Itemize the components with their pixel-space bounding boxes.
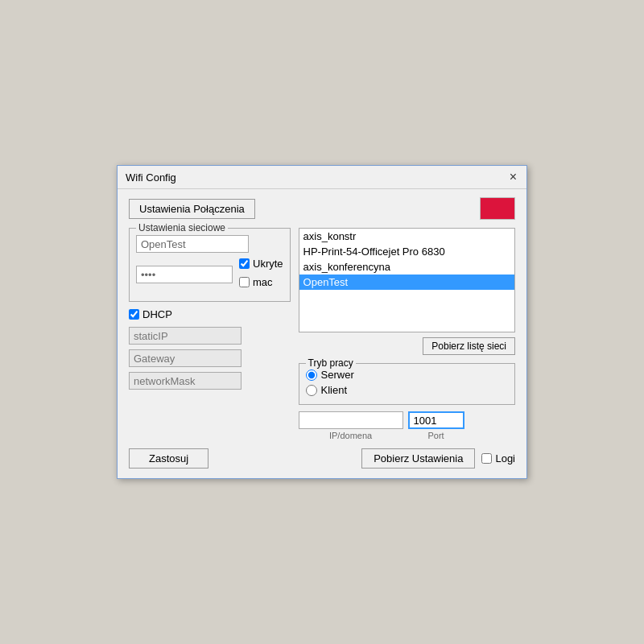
network-mask-input[interactable] <box>129 372 242 390</box>
ssid-row <box>136 235 283 253</box>
client-radio[interactable] <box>306 385 317 396</box>
network-mask-row <box>129 372 291 390</box>
list-item[interactable]: axis_konstr <box>299 229 514 244</box>
mac-checkbox[interactable] <box>239 277 250 287</box>
ukryte-checkbox[interactable] <box>239 258 250 269</box>
ssid-input[interactable] <box>136 235 249 253</box>
port-field-wrap: Port <box>408 411 464 440</box>
dhcp-label: DHCP <box>142 308 172 320</box>
fetch-row: Pobierz listę sieci <box>299 337 515 355</box>
server-radio[interactable] <box>306 369 317 381</box>
title-bar: Wifi Config × <box>118 166 526 189</box>
dialog-body: Ustawienia Połączenia Ustawienia sieciow… <box>118 189 526 478</box>
port-hint: Port <box>408 431 464 440</box>
flag-icon <box>480 197 515 220</box>
ip-input[interactable] <box>299 411 403 429</box>
client-label: Klient <box>321 384 348 396</box>
gateway-row <box>129 349 291 367</box>
ip-hint: IP/domena <box>299 431 403 440</box>
server-radio-row: Serwer <box>306 369 508 381</box>
logi-wrap: Logi <box>481 452 515 464</box>
ip-port-row: IP/domena Port <box>299 411 515 440</box>
dhcp-checkbox[interactable] <box>129 309 139 320</box>
ukryte-row: Ukryte <box>239 258 283 270</box>
right-panel: axis_konstr HP-Print-54-Officejet Pro 68… <box>299 228 515 440</box>
logi-label: Logi <box>495 452 515 464</box>
network-list[interactable]: axis_konstr HP-Print-54-Officejet Pro 68… <box>299 228 515 332</box>
password-input[interactable] <box>136 266 233 283</box>
left-panel: Ustawienia sieciowe Ukryte <box>129 228 291 440</box>
client-radio-row: Klient <box>306 384 508 396</box>
close-button[interactable]: × <box>508 171 518 184</box>
fetch-list-button[interactable]: Pobierz listę sieci <box>423 337 515 355</box>
network-settings-label: Ustawienia sieciowe <box>136 222 228 233</box>
bottom-row: Zastosuj Pobierz Ustawienia Logi <box>129 448 515 469</box>
list-item[interactable]: axis_konferencyna <box>299 259 514 275</box>
wifi-config-dialog: Wifi Config × Ustawienia Połączenia Usta… <box>117 165 527 479</box>
logi-checkbox[interactable] <box>481 453 492 464</box>
static-ip-input[interactable] <box>129 327 242 345</box>
gateway-input[interactable] <box>129 349 242 367</box>
main-content: Ustawienia sieciowe Ukryte <box>129 228 515 440</box>
pobierz-button[interactable]: Pobierz Ustawienia <box>361 448 475 469</box>
ip-field-wrap: IP/domena <box>299 411 403 440</box>
top-row: Ustawienia Połączenia <box>129 197 515 220</box>
mode-group: Tryb pracy Serwer Klient <box>299 363 515 405</box>
mac-label: mac <box>253 276 273 288</box>
connection-settings-button[interactable]: Ustawienia Połączenia <box>129 199 255 219</box>
server-label: Serwer <box>321 369 354 381</box>
list-item-selected[interactable]: OpenTest <box>299 275 514 290</box>
password-row: Ukryte mac <box>136 258 283 291</box>
zastosuj-button[interactable]: Zastosuj <box>129 448 208 469</box>
mode-label: Tryb pracy <box>306 357 356 369</box>
port-input[interactable] <box>408 411 464 429</box>
dialog-title: Wifi Config <box>126 171 176 184</box>
static-ip-row <box>129 327 291 345</box>
list-item[interactable]: HP-Print-54-Officejet Pro 6830 <box>299 244 514 259</box>
network-settings-group: Ustawienia sieciowe Ukryte <box>129 228 291 302</box>
mac-row: mac <box>239 276 283 288</box>
ukryte-label: Ukryte <box>253 258 283 270</box>
dhcp-row: DHCP <box>129 308 291 320</box>
